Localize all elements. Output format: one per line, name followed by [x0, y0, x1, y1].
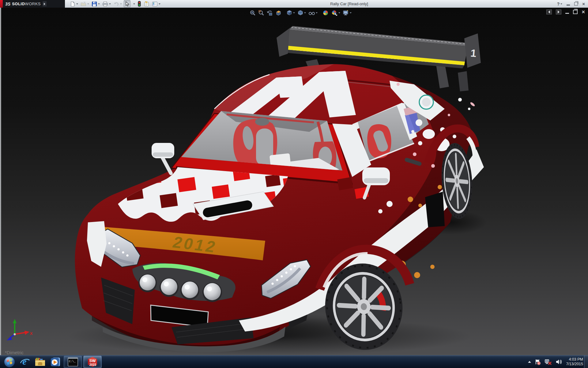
show-left-pane-button[interactable] [546, 10, 552, 14]
menu-expand-arrow-icon[interactable] [43, 1, 47, 6]
show-hidden-icons-button[interactable] [528, 361, 531, 363]
system-tray: 4:03 PM 7/13/2015 [528, 355, 583, 368]
new-dropdown-arrow[interactable] [76, 3, 78, 5]
graphics-viewport[interactable]: 1 [0, 8, 588, 355]
options-button[interactable] [151, 1, 161, 7]
speaker-volume-icon[interactable] [555, 358, 563, 365]
command-prompt-icon: C:\_ [68, 357, 78, 366]
sw-icon-letters: SW [89, 358, 96, 363]
windows-start-orb-icon [4, 356, 15, 368]
print-dropdown-arrow[interactable] [109, 3, 111, 5]
cmd-icon-text: C:\_ [69, 360, 76, 363]
clock-date: 7/13/2015 [566, 362, 583, 366]
zoom-to-area-button[interactable] [257, 9, 265, 17]
undo-button[interactable] [113, 1, 123, 7]
hide-show-dropdown[interactable] [316, 12, 318, 13]
minimize-button[interactable] [567, 5, 570, 6]
taskbar-media-player[interactable] [48, 356, 63, 368]
previous-view-button[interactable] [266, 9, 274, 17]
display-style-dropdown[interactable] [304, 12, 306, 13]
taskbar-command-prompt[interactable]: C:\_ [64, 356, 82, 368]
document-window-controls: × [546, 10, 585, 14]
car-rear-arch-vent [425, 192, 445, 227]
restore-button[interactable] [574, 2, 578, 6]
show-right-pane-button[interactable] [556, 10, 561, 14]
taskbar-internet-explorer[interactable]: e [17, 356, 32, 368]
svg-text:e: e [22, 356, 26, 366]
document-restore-button[interactable] [573, 10, 578, 14]
undo-dropdown-arrow[interactable] [120, 3, 122, 5]
folder-icon [34, 357, 46, 367]
select-button[interactable] [124, 0, 130, 7]
open-button[interactable] [80, 1, 90, 7]
document-close-button[interactable]: × [582, 10, 585, 14]
view-orientation-dropdown[interactable] [293, 12, 295, 13]
open-dropdown-arrow[interactable] [87, 3, 89, 5]
new-document-icon [70, 1, 75, 7]
options-dropdown-arrow[interactable] [159, 3, 160, 5]
title-bar: 3S SOLIDWORKS [0, 0, 588, 8]
apply-scene-icon [331, 10, 338, 16]
view-orientation-button[interactable] [285, 9, 296, 17]
internet-explorer-icon: e [19, 356, 30, 367]
action-center-flag-icon[interactable] [534, 358, 541, 365]
view-orientation-cube-icon [286, 10, 292, 16]
rebuild-traffic-light-icon [138, 1, 141, 7]
save-dropdown-arrow[interactable] [98, 3, 100, 5]
show-desktop-button[interactable] [584, 355, 588, 368]
new-button[interactable] [69, 1, 79, 7]
clock-time: 4:03 PM [566, 357, 583, 362]
select-cursor-icon [125, 1, 130, 7]
file-properties-button[interactable] [143, 1, 150, 7]
car-mirror-left [152, 143, 174, 173]
network-status-icon[interactable] [545, 358, 552, 365]
select-dropdown[interactable] [132, 1, 136, 7]
logo-red-strip [0, 0, 3, 8]
file-properties-icon [144, 1, 149, 7]
taskbar-solidworks[interactable]: SW 2015 [83, 356, 102, 368]
section-view-button[interactable] [274, 9, 282, 17]
print-button[interactable] [102, 1, 111, 7]
help-dropdown-arrow[interactable] [560, 3, 562, 5]
car-number-decal: 1 [470, 47, 477, 59]
section-view-icon [275, 10, 281, 16]
window-controls: ? × [557, 0, 585, 8]
save-button[interactable] [91, 1, 100, 7]
rally-car-3d-model[interactable]: 1 [0, 8, 588, 355]
feature-panel-splitter[interactable] [0, 8, 1, 355]
printer-icon [102, 1, 108, 7]
appearance-sphere-icon [322, 10, 329, 16]
display-style-button[interactable] [296, 9, 307, 17]
solidworks-logo[interactable]: 3S SOLIDWORKS [0, 0, 65, 8]
triad-x-label: X [30, 331, 33, 336]
close-button[interactable]: × [582, 0, 585, 8]
heads-up-view-toolbar [249, 9, 352, 17]
solidworks-window: 3S SOLIDWORKS [0, 0, 588, 368]
start-button[interactable] [2, 356, 17, 368]
logo-3s-mark: 3S [5, 2, 10, 6]
rebuild-button[interactable] [137, 1, 142, 7]
apply-scene-dropdown[interactable] [338, 12, 340, 13]
window-title: Rally Car [Read-only] [291, 0, 407, 8]
sw-icon-year: 2015 [89, 363, 96, 366]
view-orientation-label: *Dimetric [5, 350, 24, 355]
document-minimize-button[interactable] [565, 13, 569, 14]
apply-scene-button[interactable] [330, 9, 341, 17]
hide-show-items-button[interactable] [307, 9, 318, 17]
select-dropdown-arrow[interactable] [133, 3, 135, 5]
edit-appearance-button[interactable] [322, 9, 330, 17]
view-settings-button[interactable] [342, 9, 352, 17]
help-button[interactable]: ? [557, 2, 563, 6]
main-toolbar [69, 0, 162, 8]
media-player-icon [50, 356, 61, 367]
previous-view-icon [267, 10, 273, 16]
taskbar-clock[interactable]: 4:03 PM 7/13/2015 [566, 357, 583, 366]
logo-works-text: WORKS [25, 2, 41, 6]
solidworks-app-icon: SW 2015 [87, 357, 98, 367]
windows-taskbar: e [0, 355, 588, 368]
zoom-to-fit-button[interactable] [249, 9, 257, 17]
taskbar-windows-explorer[interactable] [32, 356, 48, 368]
view-settings-dropdown[interactable] [350, 12, 352, 13]
orientation-triad: X [4, 318, 34, 342]
view-settings-monitor-icon [343, 10, 349, 16]
